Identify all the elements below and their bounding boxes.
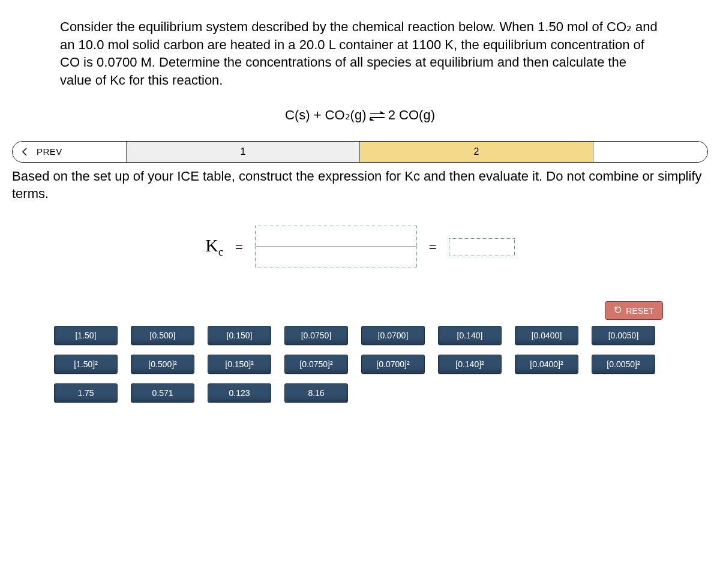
tile[interactable]: 0.123 [208, 383, 271, 403]
tile[interactable]: [0.0400]² [515, 355, 578, 374]
step-1-tab[interactable]: 1 [127, 142, 360, 162]
kc-expression: Kc = = [0, 226, 720, 268]
equals-sign-1: = [235, 239, 243, 255]
reset-label: RESET [626, 306, 654, 316]
tile[interactable]: [0.0700]² [361, 355, 425, 374]
tile[interactable]: 1.75 [54, 383, 118, 403]
tile[interactable]: [0.150]² [208, 355, 271, 374]
tile[interactable]: [0.150] [208, 326, 271, 345]
step-nav-tail [593, 142, 707, 162]
reset-button[interactable]: RESET [605, 301, 663, 320]
answer-tiles: [1.50] [0.500] [0.150] [0.0750] [0.0700]… [0, 326, 720, 403]
equals-sign-2: = [429, 239, 437, 255]
tile[interactable]: [0.500] [131, 326, 194, 345]
step-2-tab[interactable]: 2 [360, 142, 593, 162]
prev-button[interactable]: PREV [13, 142, 127, 162]
chevron-left-icon [13, 147, 37, 157]
equation-left: C(s) + CO₂(g) [285, 107, 367, 122]
tile[interactable]: [1.50]² [54, 355, 118, 374]
kc-symbol: Kc [205, 235, 223, 259]
prev-label: PREV [37, 146, 62, 157]
equilibrium-arrow-icon [370, 112, 385, 120]
tile[interactable]: [1.50] [54, 326, 118, 345]
tile[interactable]: [0.0400] [515, 326, 578, 345]
chemical-equation: C(s) + CO₂(g) 2 CO(g) [0, 95, 720, 141]
tile[interactable]: [0.0750] [284, 326, 348, 345]
tile-row-3: 1.75 0.571 0.123 8.16 [54, 383, 666, 403]
numerator-slot[interactable] [255, 226, 417, 247]
tile[interactable]: [0.0050] [592, 326, 655, 345]
result-slot[interactable] [449, 238, 515, 256]
tile[interactable]: [0.0750]² [284, 355, 348, 374]
tile[interactable]: [0.500]² [131, 355, 194, 374]
problem-statement: Consider the equilibrium system describe… [0, 0, 720, 95]
tile[interactable]: [0.140]² [438, 355, 502, 374]
denominator-slot[interactable] [255, 247, 417, 268]
tile[interactable]: 0.571 [131, 383, 194, 403]
tile-row-2: [1.50]² [0.500]² [0.150]² [0.0750]² [0.0… [54, 355, 666, 374]
step-nav: PREV 1 2 [12, 141, 708, 163]
tile-row-1: [1.50] [0.500] [0.150] [0.0750] [0.0700]… [54, 326, 666, 345]
equation-right: 2 CO(g) [388, 107, 435, 122]
step-instruction: Based on the set up of your ICE table, c… [0, 167, 720, 203]
tile[interactable]: 8.16 [284, 383, 348, 403]
tile[interactable]: [0.140] [438, 326, 502, 345]
reset-icon [614, 305, 622, 316]
tile[interactable]: [0.0700] [361, 326, 425, 345]
fraction-dropzone [255, 226, 417, 268]
tile[interactable]: [0.0050]² [592, 355, 655, 374]
